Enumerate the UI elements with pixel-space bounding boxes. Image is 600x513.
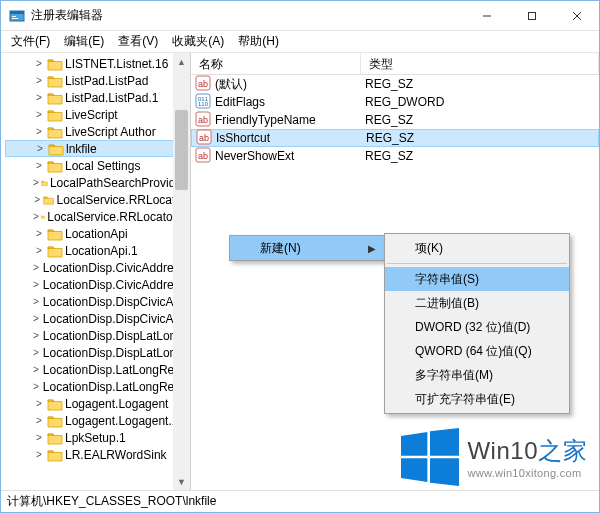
close-button[interactable] (554, 1, 599, 30)
context-menu[interactable]: 新建(N) ▶ (229, 235, 385, 261)
col-type[interactable]: 类型 (361, 53, 599, 74)
menu-file[interactable]: 文件(F) (5, 31, 56, 52)
expand-icon[interactable]: > (33, 296, 39, 307)
tree-item[interactable]: >LocationDisp.CivicAddressReport.1 (5, 276, 190, 293)
ctx-sub-item[interactable]: 多字符串值(M) (385, 363, 569, 387)
ctx-sub-item[interactable]: DWORD (32 位)值(D) (385, 315, 569, 339)
svg-rect-1 (10, 11, 24, 14)
tree-item[interactable]: >LocationDisp.LatLongReport (5, 361, 190, 378)
expand-icon[interactable]: > (33, 245, 45, 256)
col-name[interactable]: 名称 (191, 53, 361, 74)
tree-item[interactable]: >LocationDisp.DispLatLongReport (5, 327, 190, 344)
expand-icon[interactable]: > (33, 75, 45, 86)
expand-icon[interactable]: > (33, 126, 45, 137)
ctx-sub-item[interactable]: 项(K) (385, 236, 569, 260)
tree-item[interactable]: >LocationDisp.DispCivicAddressReport.1 (5, 310, 190, 327)
context-submenu[interactable]: 项(K)字符串值(S)二进制值(B)DWORD (32 位)值(D)QWORD … (384, 233, 570, 414)
ctx-sub-item[interactable]: 可扩充字符串值(E) (385, 387, 569, 411)
tree-item[interactable]: >LocationDisp.LatLongReport.1 (5, 378, 190, 395)
expand-icon[interactable]: > (33, 211, 39, 222)
expand-icon[interactable]: > (33, 262, 39, 273)
expand-icon[interactable]: > (33, 381, 39, 392)
tree-item[interactable]: >lnkfile (5, 140, 190, 157)
expand-icon[interactable]: > (33, 449, 45, 460)
ctx-sub-item[interactable]: 二进制值(B) (385, 291, 569, 315)
scroll-up-icon[interactable]: ▲ (173, 53, 190, 70)
tree-label: lnkfile (66, 142, 97, 156)
tree-item[interactable]: >ListPad.ListPad (5, 72, 190, 89)
expand-icon[interactable]: > (33, 228, 45, 239)
tree-label: LpkSetup.1 (65, 431, 126, 445)
tree-item[interactable]: >LR.EALRWordSink (5, 446, 190, 463)
tree-item[interactable]: >LocationDisp.CivicAddressReport (5, 259, 190, 276)
value-icon: ab (195, 147, 215, 166)
tree-label: Logagent.Logagent (65, 397, 168, 411)
minimize-button[interactable] (464, 1, 509, 30)
expand-icon[interactable]: > (34, 143, 46, 154)
maximize-button[interactable] (509, 1, 554, 30)
tree-pane[interactable]: >LISTNET.Listnet.16>ListPad.ListPad>List… (1, 53, 191, 490)
tree-item[interactable]: >LiveScript Author (5, 123, 190, 140)
tree-item[interactable]: >Local Settings (5, 157, 190, 174)
expand-icon[interactable]: > (33, 279, 39, 290)
tree-item[interactable]: >LpkSetup.1 (5, 429, 190, 446)
tree-item[interactable]: >LocationApi (5, 225, 190, 242)
menu-help[interactable]: 帮助(H) (232, 31, 285, 52)
expand-icon[interactable]: > (33, 194, 41, 205)
expand-icon[interactable]: > (33, 58, 45, 69)
tree-label: LocationDisp.DispLatLongReport (43, 329, 190, 343)
scroll-thumb[interactable] (175, 110, 188, 190)
expand-icon[interactable]: > (33, 160, 45, 171)
value-type: REG_DWORD (365, 95, 444, 109)
menu-view[interactable]: 查看(V) (112, 31, 164, 52)
value-type: REG_SZ (365, 149, 413, 163)
menu-favorites[interactable]: 收藏夹(A) (166, 31, 230, 52)
svg-rect-2 (12, 16, 16, 17)
value-row[interactable]: abNeverShowExtREG_SZ (191, 147, 599, 165)
tree-item[interactable]: >LISTNET.Listnet.16 (5, 55, 190, 72)
expand-icon[interactable]: > (33, 415, 45, 426)
expand-icon[interactable]: > (33, 364, 39, 375)
tree-label: LocationDisp.DispCivicAddressReport (43, 295, 190, 309)
expand-icon[interactable]: > (33, 109, 45, 120)
tree-label: LocationDisp.DispLatLongReport.1 (43, 346, 190, 360)
menu-edit[interactable]: 编辑(E) (58, 31, 110, 52)
tree-item[interactable]: >Logagent.Logagent.1 (5, 412, 190, 429)
svg-text:ab: ab (198, 79, 208, 89)
tree-label: LocationDisp.DispCivicAddressReport.1 (43, 312, 190, 326)
ctx-new[interactable]: 新建(N) ▶ (230, 236, 384, 260)
tree-label: LocationApi (65, 227, 128, 241)
tree-item[interactable]: >LocalService.RRLocator (5, 191, 190, 208)
list-header[interactable]: 名称 类型 (191, 53, 599, 75)
value-row[interactable]: 011110EditFlagsREG_DWORD (191, 93, 599, 111)
expand-icon[interactable]: > (33, 92, 45, 103)
tree-scrollbar[interactable]: ▲ ▼ (173, 53, 190, 490)
expand-icon[interactable]: > (33, 313, 39, 324)
ctx-sub-item[interactable]: QWORD (64 位)值(Q) (385, 339, 569, 363)
tree-item[interactable]: >Logagent.Logagent (5, 395, 190, 412)
expand-icon[interactable]: > (33, 432, 45, 443)
ctx-sub-item[interactable]: 字符串值(S) (385, 267, 569, 291)
titlebar[interactable]: 注册表编辑器 (1, 1, 599, 31)
tree-item[interactable]: >LocalPathSearchProvider (5, 174, 190, 191)
value-row[interactable]: abIsShortcutREG_SZ (191, 129, 599, 147)
tree-label: LocationApi.1 (65, 244, 138, 258)
tree-item[interactable]: >LocationDisp.DispLatLongReport.1 (5, 344, 190, 361)
expand-icon[interactable]: > (33, 347, 39, 358)
scroll-down-icon[interactable]: ▼ (173, 473, 190, 490)
tree-item[interactable]: >LocationDisp.DispCivicAddressReport (5, 293, 190, 310)
tree-item[interactable]: >LocalService.RRLocator.1 (5, 208, 190, 225)
expand-icon[interactable]: > (33, 398, 45, 409)
value-type: REG_SZ (365, 113, 413, 127)
value-name: IsShortcut (216, 131, 366, 145)
tree-item[interactable]: >LocationApi.1 (5, 242, 190, 259)
tree-item[interactable]: >ListPad.ListPad.1 (5, 89, 190, 106)
ctx-new-label: 新建(N) (260, 240, 301, 257)
expand-icon[interactable]: > (33, 177, 39, 188)
status-path: 计算机\HKEY_CLASSES_ROOT\lnkfile (7, 493, 216, 510)
tree-item[interactable]: >LiveScript (5, 106, 190, 123)
expand-icon[interactable]: > (33, 330, 39, 341)
value-row[interactable]: abFriendlyTypeNameREG_SZ (191, 111, 599, 129)
value-row[interactable]: ab(默认)REG_SZ (191, 75, 599, 93)
tree-label: LR.EALRWordSink (65, 448, 167, 462)
